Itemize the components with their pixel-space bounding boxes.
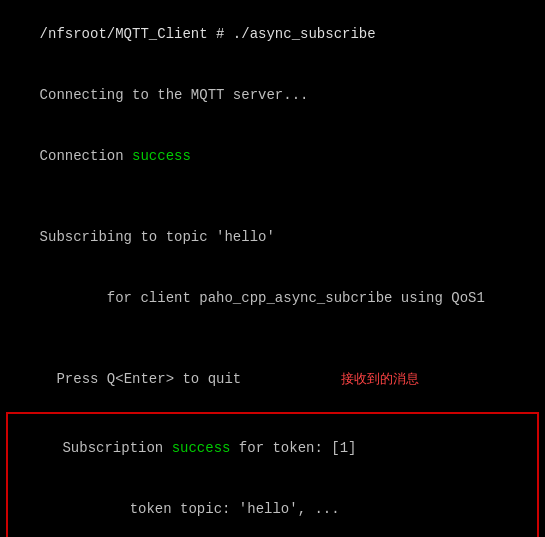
for-client-line: for client paho_cpp_async_subcribe using… (6, 268, 539, 329)
terminal: /nfsroot/MQTT_Client # ./async_subscribe… (0, 0, 545, 537)
sub-success-word: success (172, 440, 231, 456)
subscribing-text: Subscribing to topic 'hello' (40, 229, 275, 245)
blank-line-2 (6, 329, 539, 349)
token-topic-line: token topic: 'hello', ... (12, 479, 533, 537)
received-label: 接收到的消息 (341, 370, 419, 388)
prompt-line: /nfsroot/MQTT_Client # ./async_subscribe (6, 4, 539, 65)
connection-success: success (132, 148, 191, 164)
sub-suffix: for token: [1] (230, 440, 356, 456)
for-client-text: for client paho_cpp_async_subcribe using… (40, 290, 485, 306)
prompt-text: /nfsroot/MQTT_Client # ./async_subscribe (40, 26, 376, 42)
blank-line-1 (6, 187, 539, 207)
connection-line: Connection success (6, 126, 539, 187)
sub-prefix: Subscription (62, 440, 171, 456)
messages-box: Subscription success for token: [1] toke… (6, 412, 539, 537)
sub-success-line: Subscription success for token: [1] (12, 418, 533, 479)
connecting-line: Connecting to the MQTT server... (6, 65, 539, 126)
subscribing-line: Subscribing to topic 'hello' (6, 207, 539, 268)
press-quit-text: Press Q<Enter> to quit (56, 371, 241, 387)
connecting-text: Connecting to the MQTT server... (40, 87, 309, 103)
press-quit-line: Press Q<Enter> to quit (6, 349, 241, 410)
connection-prefix: Connection (40, 148, 132, 164)
token-topic-text: token topic: 'hello', ... (62, 501, 339, 517)
